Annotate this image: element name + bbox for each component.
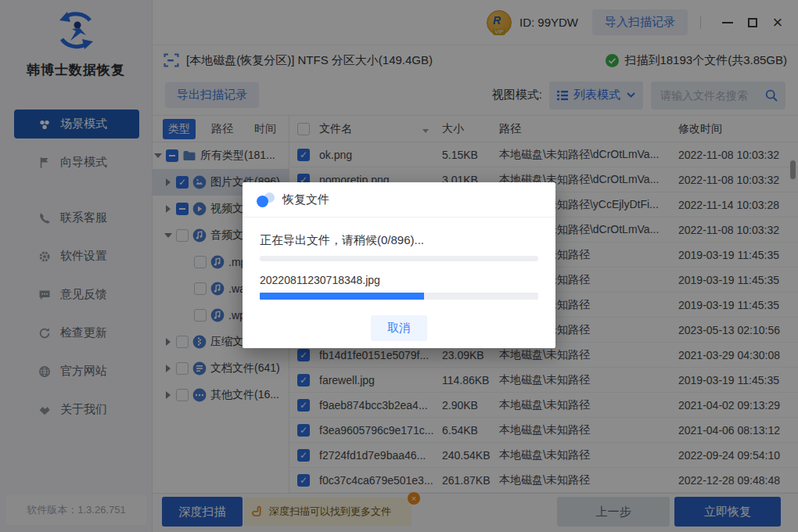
file-progress-bar — [260, 293, 538, 300]
recover-dot-icon — [257, 192, 275, 207]
cancel-button[interactable]: 取消 — [371, 315, 427, 341]
modal-title: 恢复文件 — [282, 192, 329, 207]
overall-progress-bar — [260, 256, 538, 261]
recover-files-modal: 恢复文件 正在导出文件，请稍候(0/896)... 20220811230718… — [243, 182, 555, 348]
app-window: 韩博士数据恢复 场景模式向导模式联系客服软件设置意见反馈检查更新官方网站关于我们… — [0, 0, 798, 532]
modal-header: 恢复文件 — [243, 182, 555, 217]
export-status-text: 正在导出文件，请稍候(0/896)... — [260, 233, 538, 248]
current-file-name: 20220811230718348.jpg — [260, 274, 538, 286]
file-progress-fill — [260, 293, 424, 300]
